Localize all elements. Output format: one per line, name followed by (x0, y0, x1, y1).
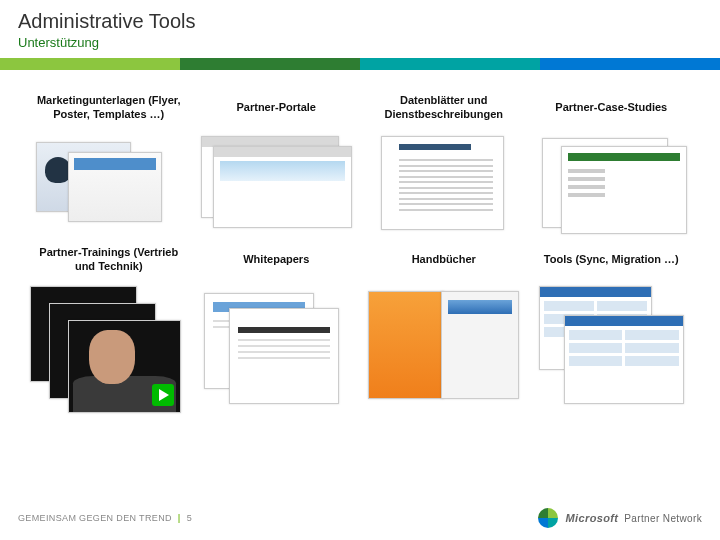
thumb-portals (198, 134, 356, 234)
document-icon (561, 146, 687, 234)
grid: Marketingunterlagen (Flyer, Poster, Temp… (30, 88, 690, 406)
title-area: Administrative Tools Unterstützung (0, 0, 720, 54)
thumb-casestudies (533, 134, 691, 234)
thumb-whitepapers (198, 286, 356, 406)
page-subtitle: Unterstützung (18, 35, 702, 50)
book-cover-icon (368, 291, 444, 399)
document-icon (229, 308, 339, 404)
logo-brand-b: Partner Network (624, 513, 702, 524)
heading-marketing: Marketingunterlagen (Flyer, Poster, Temp… (30, 88, 188, 128)
content-area: Marketingunterlagen (Flyer, Poster, Temp… (30, 88, 690, 480)
heading-datasheets: Datenblätter und Dienstbeschreibungen (365, 88, 523, 128)
thumb-tools (533, 286, 691, 406)
flyer-icon (68, 152, 163, 222)
heading-tools: Tools (Sync, Migration …) (533, 240, 691, 280)
book-page-icon (441, 291, 520, 399)
thumb-marketing (30, 134, 188, 234)
thumb-trainings (30, 286, 188, 406)
accent-band (0, 58, 720, 70)
partner-network-logo: Microsoft Partner Network (536, 506, 702, 530)
footer-left: GEMEINSAM GEGEN DEN TREND | 5 (18, 513, 192, 523)
browser-window-icon (213, 146, 352, 228)
logo-brand-a: Microsoft (566, 512, 619, 524)
footer-tagline: GEMEINSAM GEGEN DEN TREND (18, 513, 172, 523)
heading-trainings: Partner-Trainings (Vertrieb und Technik) (30, 240, 188, 280)
slide: Administrative Tools Unterstützung Marke… (0, 0, 720, 540)
footer: GEMEINSAM GEGEN DEN TREND | 5 Microsoft … (18, 506, 702, 530)
page-title: Administrative Tools (18, 10, 702, 33)
heading-whitepapers: Whitepapers (198, 240, 356, 280)
thumb-handbooks (365, 286, 523, 406)
separator-icon: | (178, 513, 181, 523)
thumb-datasheets (365, 134, 523, 234)
video-frame-icon (68, 320, 181, 414)
heading-handbooks: Handbücher (365, 240, 523, 280)
heading-casestudies: Partner-Case-Studies (533, 88, 691, 128)
app-window-icon (564, 315, 684, 404)
document-icon (381, 136, 504, 230)
page-number: 5 (187, 513, 192, 523)
pinwheel-icon (536, 506, 560, 530)
heading-portals: Partner-Portale (198, 88, 356, 128)
play-icon (152, 384, 174, 406)
